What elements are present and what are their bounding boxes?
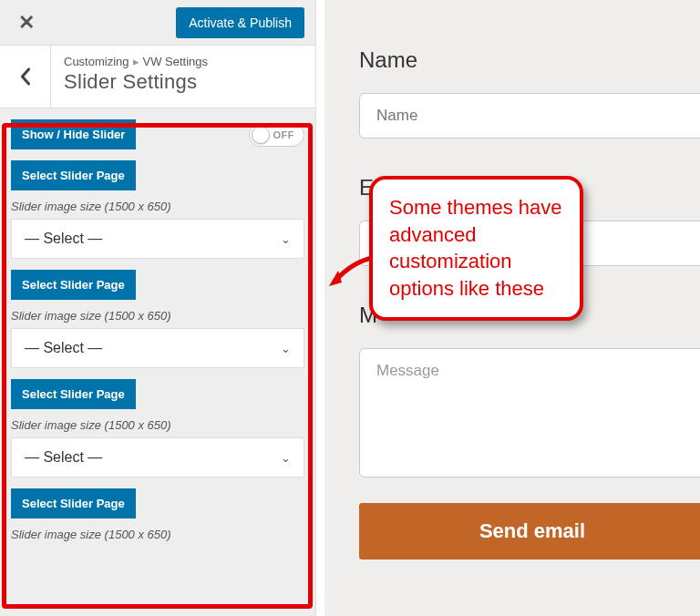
breadcrumb-section: VW Settings: [143, 55, 209, 68]
select-value: — Select —: [25, 340, 102, 356]
select-slider-page-button[interactable]: Select Slider Page: [11, 160, 136, 190]
chevron-down-icon: ⌄: [281, 451, 291, 465]
toggle-state-label: OFF: [273, 129, 299, 140]
select-slider-page-button[interactable]: Select Slider Page: [11, 270, 136, 300]
chevron-down-icon: ⌄: [281, 232, 291, 246]
section-header: Customizing▸VW Settings Slider Settings: [0, 46, 315, 108]
slider-size-hint: Slider image size (1500 x 650): [11, 200, 304, 213]
name-field-block: Name: [359, 47, 700, 139]
message-input[interactable]: Message: [359, 348, 700, 477]
send-email-button[interactable]: Send email: [359, 503, 700, 560]
name-input[interactable]: [359, 93, 700, 139]
breadcrumb-area: Customizing▸VW Settings Slider Settings: [51, 46, 221, 103]
slider-size-hint: Slider image size (1500 x 650): [11, 309, 304, 323]
select-slider-page-button[interactable]: Select Slider Page: [11, 379, 136, 409]
show-hide-slider-button[interactable]: Show / Hide Slider: [11, 119, 136, 149]
breadcrumb-parent: Customizing: [64, 55, 129, 68]
slider-page-select[interactable]: — Select — ⌄: [11, 219, 304, 259]
toggle-knob-icon: [252, 126, 270, 144]
section-title: Slider Settings: [64, 70, 208, 94]
slider-page-select[interactable]: — Select — ⌄: [11, 328, 304, 368]
slider-toggle[interactable]: OFF: [249, 123, 305, 147]
close-button[interactable]: ✕: [11, 7, 42, 38]
breadcrumb: Customizing▸VW Settings: [64, 55, 208, 68]
back-button[interactable]: [0, 46, 51, 108]
select-slider-page-button[interactable]: Select Slider Page: [11, 488, 136, 518]
customizer-sidebar: ✕ Activate & Publish Customizing▸VW Sett…: [0, 0, 316, 616]
chevron-left-icon: [19, 67, 31, 86]
select-value: — Select —: [25, 449, 102, 466]
slider-size-hint: Slider image size (1500 x 650): [11, 528, 304, 541]
slider-group: Select Slider Page Slider image size (15…: [11, 379, 304, 477]
toggle-row: Show / Hide Slider OFF: [11, 119, 304, 149]
annotation-callout-text: Some themes have advanced customization …: [389, 194, 563, 303]
controls-list: Show / Hide Slider OFF Select Slider Pag…: [0, 108, 315, 541]
message-field-block: M Message: [359, 303, 700, 477]
annotation-callout: Some themes have advanced customization …: [369, 176, 583, 321]
select-value: — Select —: [25, 231, 102, 247]
slider-group: Select Slider Page Slider image size (15…: [11, 270, 304, 368]
slider-size-hint: Slider image size (1500 x 650): [11, 418, 304, 432]
top-bar: ✕ Activate & Publish: [0, 0, 315, 46]
breadcrumb-separator-icon: ▸: [133, 55, 139, 68]
activate-publish-button[interactable]: Activate & Publish: [176, 7, 304, 38]
slider-page-select[interactable]: — Select — ⌄: [11, 437, 304, 477]
slider-group: Select Slider Page Slider image size (15…: [11, 488, 304, 541]
chevron-down-icon: ⌄: [281, 342, 291, 355]
slider-group: Select Slider Page Slider image size (15…: [11, 160, 304, 259]
name-label: Name: [359, 47, 700, 73]
